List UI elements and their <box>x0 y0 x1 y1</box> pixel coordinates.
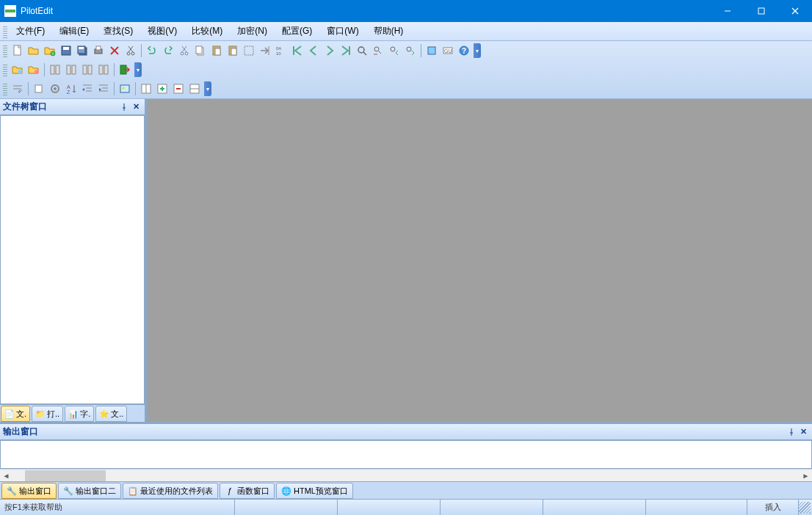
vsplit-button[interactable] <box>139 81 153 96</box>
compare2-button[interactable] <box>64 62 79 77</box>
status-insert: 插入 <box>747 500 799 515</box>
resize-grip-icon[interactable] <box>799 502 811 514</box>
svg-rect-52 <box>88 65 92 74</box>
hex-button[interactable]: 0A10 <box>274 43 289 58</box>
first-button[interactable] <box>290 43 305 58</box>
close-button[interactable] <box>778 0 812 22</box>
delete-button[interactable] <box>107 43 122 58</box>
menu-config[interactable]: 配置(G) <box>275 23 319 40</box>
find-replace-button[interactable] <box>371 43 385 58</box>
html-icon: 🌐 <box>281 486 291 496</box>
outdent-button[interactable] <box>96 81 111 96</box>
menu-encrypt[interactable]: 加密(N) <box>230 23 275 40</box>
goto-button[interactable] <box>258 43 272 58</box>
toolbar-overflow-icon[interactable]: ▾ <box>474 43 481 58</box>
output-tab-output2[interactable]: 🔧输出窗口二 <box>58 483 121 499</box>
find-prev-button[interactable] <box>387 43 402 58</box>
menu-edit[interactable]: 编辑(E) <box>52 23 96 40</box>
find-button[interactable] <box>355 43 369 58</box>
image-button[interactable] <box>117 81 132 96</box>
menu-file[interactable]: 文件(F) <box>9 23 52 40</box>
wordwrap-button[interactable] <box>10 81 25 96</box>
menu-help[interactable]: 帮助(H) <box>366 23 411 40</box>
indent-button[interactable] <box>80 81 95 96</box>
compare1-button[interactable] <box>48 62 62 77</box>
output-tab-html[interactable]: 🌐HTML预览窗口 <box>276 483 353 499</box>
svg-rect-47 <box>51 65 54 74</box>
pin-icon[interactable] <box>118 101 130 113</box>
last-button[interactable] <box>338 43 353 58</box>
horizontal-scrollbar[interactable]: ◄ ► <box>0 469 812 481</box>
new-file-button[interactable] <box>10 43 25 58</box>
add-button[interactable] <box>155 81 170 96</box>
output-icon: 🔧 <box>7 486 17 496</box>
scroll-left-icon[interactable]: ◄ <box>0 470 12 482</box>
close-panel-icon[interactable]: ✕ <box>130 101 142 113</box>
cut-button[interactable] <box>123 43 138 58</box>
output-tab-function[interactable]: ƒ函数窗口 <box>220 483 275 499</box>
compare-file-button[interactable] <box>26 62 41 77</box>
output-icon: 🔧 <box>63 486 73 496</box>
sort-button[interactable]: AZ <box>64 81 79 96</box>
select-all-button[interactable] <box>242 43 256 58</box>
open-folder-button[interactable] <box>43 43 57 58</box>
settings-button[interactable] <box>48 81 62 96</box>
output-tab-output[interactable]: 🔧输出窗口 <box>1 483 57 499</box>
editor-area[interactable] <box>145 99 812 422</box>
next-button[interactable] <box>322 43 337 58</box>
menu-find[interactable]: 查找(S) <box>96 23 140 40</box>
svg-text:GU: GU <box>444 48 452 54</box>
open-file-button[interactable] <box>26 43 41 58</box>
copy-button[interactable] <box>193 43 208 58</box>
side-tab-open[interactable]: 📁打.. <box>32 406 63 422</box>
file-tree-body[interactable] <box>0 115 145 404</box>
content-area: 文件树窗口 ✕ 📄文. 📁打.. 📊字. ⭐文.. <box>0 98 812 422</box>
paste-button[interactable] <box>209 43 224 58</box>
svg-text:10: 10 <box>276 51 281 56</box>
toolbar-overflow-icon[interactable]: ▾ <box>204 81 211 96</box>
toolbar-grip[interactable] <box>3 44 7 57</box>
menu-compare[interactable]: 比较(M) <box>184 23 230 40</box>
copy-format-button[interactable] <box>32 81 46 96</box>
scroll-right-icon[interactable]: ► <box>800 470 812 482</box>
maximize-button[interactable] <box>744 0 778 22</box>
svg-line-36 <box>363 52 366 55</box>
side-tab-file[interactable]: 📄文. <box>1 406 30 422</box>
remove-button[interactable] <box>171 81 186 96</box>
print-button[interactable] <box>91 43 106 58</box>
pin-icon[interactable] <box>786 426 797 438</box>
paste-special-button[interactable] <box>225 43 240 58</box>
help-button[interactable]: ? <box>457 43 471 58</box>
close-panel-icon[interactable]: ✕ <box>797 426 809 438</box>
exit-button[interactable] <box>117 62 132 77</box>
find-next-button[interactable] <box>403 43 418 58</box>
redo-button[interactable] <box>161 43 175 58</box>
minimize-button[interactable] <box>711 0 744 22</box>
cut2-button[interactable] <box>177 43 192 58</box>
toolbar-overflow-icon[interactable]: ▾ <box>134 62 142 77</box>
guid-button[interactable]: GU <box>441 43 455 58</box>
output-tab-recent[interactable]: 📋最近使用的文件列表 <box>123 483 218 499</box>
status-cell <box>441 500 543 515</box>
output-body[interactable] <box>0 440 812 469</box>
file-tree-header: 文件树窗口 ✕ <box>0 99 145 115</box>
tile-button[interactable] <box>187 81 202 96</box>
toolbar-grip[interactable] <box>3 63 7 76</box>
scrollbar-thumb[interactable] <box>25 470 106 481</box>
side-tab-char[interactable]: 📊字. <box>65 406 94 422</box>
compare4-button[interactable] <box>96 62 111 77</box>
menu-window[interactable]: 窗口(W) <box>319 23 366 40</box>
compare3-button[interactable] <box>80 62 95 77</box>
menu-view[interactable]: 视图(V) <box>140 23 184 40</box>
toolbar-grip[interactable] <box>3 82 7 95</box>
save-all-button[interactable] <box>75 43 90 58</box>
prev-button[interactable] <box>306 43 321 58</box>
menubar-grip[interactable] <box>3 25 7 38</box>
save-button[interactable] <box>59 43 73 58</box>
side-tab-fav[interactable]: ⭐文.. <box>95 406 127 422</box>
svg-text:A: A <box>67 84 70 90</box>
compare-folder-button[interactable] <box>10 62 25 77</box>
output-tabs: 🔧输出窗口 🔧输出窗口二 📋最近使用的文件列表 ƒ函数窗口 🌐HTML预览窗口 <box>0 481 812 499</box>
bookmark-button[interactable] <box>424 43 439 58</box>
undo-button[interactable] <box>145 43 159 58</box>
